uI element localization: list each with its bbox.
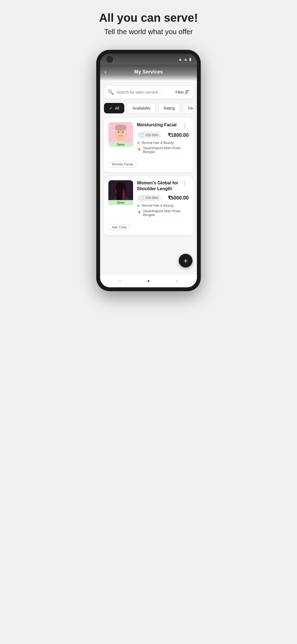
chip-rating[interactable]: Rating bbox=[158, 103, 180, 113]
app-header: ‹ My Services bbox=[100, 65, 197, 81]
address-1: 📍 Vasanthapura Main Road, Bengalu bbox=[137, 146, 189, 154]
filter-button[interactable]: Filter bbox=[175, 90, 189, 94]
search-icon: 🔍 bbox=[108, 89, 114, 95]
svg-point-2 bbox=[115, 124, 127, 131]
card-top-1: Open Moisturizing Facial ⋮ 🕐 02h 00m bbox=[108, 122, 189, 155]
salon-icon-1: ⊞ bbox=[137, 141, 140, 145]
svg-point-9 bbox=[122, 190, 123, 191]
page-title: My Services bbox=[134, 69, 163, 75]
nav-services[interactable] bbox=[148, 280, 149, 282]
phone-screen: ▲ ▲ ▮ ‹ My Services 🔍 Filter bbox=[100, 54, 197, 287]
card-info-2: Women's Global for Shoulder Length ⋮ 🕐 0… bbox=[137, 180, 189, 218]
card-title-2: Women's Global for Shoulder Length bbox=[137, 180, 181, 192]
filter-label: Filter bbox=[175, 90, 184, 94]
chip-all[interactable]: ✓ All bbox=[104, 103, 124, 113]
camera bbox=[106, 55, 114, 63]
location-icon-2: 📍 bbox=[137, 211, 141, 215]
open-badge-2: Open bbox=[108, 200, 133, 205]
nav-home[interactable] bbox=[119, 280, 121, 282]
check-icon: ✓ bbox=[109, 106, 114, 110]
price-1: ₹1800.00 bbox=[168, 132, 189, 138]
search-bar: 🔍 Filter bbox=[104, 86, 193, 99]
card-image-wrap-2: Open bbox=[108, 180, 133, 205]
card-header-2: Women's Global for Shoulder Length ⋮ bbox=[137, 180, 189, 192]
open-badge-1: Open bbox=[108, 142, 133, 147]
back-button[interactable]: ‹ bbox=[105, 69, 106, 76]
svg-point-4 bbox=[122, 132, 124, 133]
salon-name-1: ⊞ Revival Hair & Beauty bbox=[137, 141, 189, 145]
card-title-1: Moisturizing Facial bbox=[137, 122, 177, 128]
card-header-1: Moisturizing Facial ⋮ bbox=[137, 122, 189, 129]
screen-content: 🔍 Filter ✓ All Availability bbox=[100, 81, 197, 274]
tag-1: Women Facial bbox=[108, 161, 136, 168]
filter-icon bbox=[185, 91, 189, 94]
svg-point-3 bbox=[118, 132, 119, 133]
duration-text-2: 01h 00m bbox=[145, 196, 158, 200]
duration-text-1: 02h 00m bbox=[145, 133, 158, 137]
card-meta-1: 🕐 02h 00m ₹1800.00 bbox=[137, 132, 189, 138]
card-image-wrap-1: Open bbox=[108, 122, 133, 147]
service-card-2: Open Women's Global for Shoulder Length … bbox=[104, 176, 193, 235]
add-service-fab[interactable]: + bbox=[179, 254, 193, 268]
chip-fee[interactable]: Fee bbox=[183, 103, 193, 113]
card-tag-row-1: Women Facial bbox=[108, 158, 189, 168]
card-tag-row-2: Hair Color bbox=[108, 221, 189, 231]
clock-icon-1: 🕐 bbox=[140, 133, 144, 137]
battery-icon: ▮ bbox=[189, 57, 191, 61]
signal-icon: ▲ bbox=[184, 57, 188, 61]
filter-chips: ✓ All Availability Rating Fee bbox=[104, 103, 193, 113]
more-options-1[interactable]: ⋮ bbox=[181, 122, 189, 129]
card-meta-2: 🕐 01h 00m ₹5000.00 bbox=[137, 195, 189, 201]
card-info-1: Moisturizing Facial ⋮ 🕐 02h 00m ₹1800.00… bbox=[137, 122, 189, 155]
phone-shell: ▲ ▲ ▮ ‹ My Services 🔍 Filter bbox=[96, 50, 201, 291]
hero-subtitle: Tell the world what you offer bbox=[104, 28, 193, 36]
salon-name-2: ⊞ Revival Hair & Beauty bbox=[137, 204, 189, 208]
hero-title: All you can serve! bbox=[99, 11, 198, 25]
status-bar: ▲ ▲ ▮ bbox=[100, 54, 197, 65]
chip-availability[interactable]: Availability bbox=[127, 103, 156, 113]
nav-profile[interactable] bbox=[176, 280, 178, 282]
address-2: 📍 Vasanthapura Main Road, Bengalu bbox=[137, 209, 189, 217]
search-input[interactable] bbox=[117, 90, 173, 94]
duration-badge-2: 🕐 01h 00m bbox=[137, 195, 161, 201]
duration-badge-1: 🕐 02h 00m bbox=[137, 132, 161, 138]
bottom-nav bbox=[100, 274, 197, 287]
svg-point-8 bbox=[118, 190, 120, 191]
location-icon-1: 📍 bbox=[137, 148, 141, 152]
clock-icon-2: 🕐 bbox=[140, 196, 144, 200]
price-2: ₹5000.00 bbox=[168, 195, 189, 201]
status-icons: ▲ ▲ ▮ bbox=[178, 57, 191, 61]
service-card-1: Open Moisturizing Facial ⋮ 🕐 02h 00m bbox=[104, 118, 193, 172]
tag-2: Hair Color bbox=[108, 224, 130, 231]
card-top-2: Open Women's Global for Shoulder Length … bbox=[108, 180, 189, 218]
more-options-2[interactable]: ⋮ bbox=[181, 180, 189, 187]
wifi-icon: ▲ bbox=[178, 57, 182, 61]
salon-icon-2: ⊞ bbox=[137, 204, 140, 208]
